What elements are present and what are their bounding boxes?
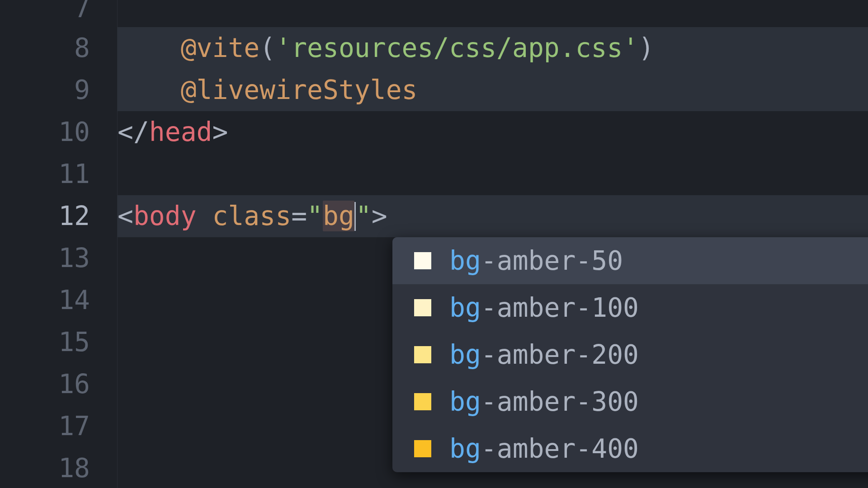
- blade-directive: @livewireStyles: [181, 75, 418, 105]
- code-area[interactable]: @vite('resources/css/app.css') @livewire…: [118, 0, 868, 488]
- color-swatch-icon: [414, 252, 431, 269]
- line-number: 7: [0, 0, 117, 27]
- autocomplete-item[interactable]: bg-amber-50: [392, 237, 868, 284]
- tag-name: head: [149, 117, 212, 147]
- autocomplete-item[interactable]: bg-amber-200: [392, 331, 868, 378]
- code-line[interactable]: @vite('resources/css/app.css'): [118, 27, 868, 69]
- tag-name: body: [133, 201, 197, 231]
- ac-rest-text: -amber-400: [481, 433, 639, 464]
- autocomplete-item[interactable]: bg-amber-400: [392, 425, 868, 472]
- blade-directive: @vite: [181, 33, 260, 63]
- line-number: 8: [0, 27, 117, 69]
- line-number: 16: [0, 363, 117, 405]
- color-swatch-icon: [414, 346, 431, 363]
- ac-rest-text: -amber-300: [481, 386, 639, 417]
- equals: =: [291, 201, 307, 231]
- ac-match-text: bg: [449, 433, 481, 464]
- autocomplete-popup: bg-amber-50 bg-amber-100 bg-amber-200 bg…: [392, 237, 868, 472]
- string-literal: 'resources/css/app.css': [275, 33, 638, 63]
- code-line[interactable]: </head>: [118, 111, 868, 153]
- line-number: 17: [0, 405, 117, 447]
- color-swatch-icon: [414, 440, 431, 457]
- tag-bracket: <: [118, 201, 133, 231]
- code-line-empty[interactable]: [118, 153, 868, 195]
- space: [197, 201, 212, 231]
- attr-name: class: [212, 201, 292, 231]
- code-editor: 7 8 9 10 11 12 13 14 15 16 17 18 @vite('…: [0, 0, 868, 488]
- line-number: 10: [0, 111, 117, 153]
- line-number: 13: [0, 237, 117, 279]
- ac-rest-text: -amber-100: [481, 292, 639, 323]
- code-line-active[interactable]: <body class="bg">: [118, 195, 868, 237]
- ac-match-text: bg: [449, 339, 481, 370]
- line-number: 18: [0, 447, 117, 488]
- indent: [118, 75, 181, 105]
- tag-bracket: </: [118, 117, 149, 147]
- ac-match-text: bg: [449, 245, 481, 276]
- autocomplete-item[interactable]: bg-amber-300: [392, 378, 868, 425]
- autocomplete-item[interactable]: bg-amber-100: [392, 284, 868, 331]
- tag-bracket: >: [212, 117, 228, 147]
- ac-match-text: bg: [449, 292, 481, 323]
- line-number-gutter: 7 8 9 10 11 12 13 14 15 16 17 18: [0, 0, 118, 488]
- color-swatch-icon: [414, 299, 431, 316]
- ac-match-text: bg: [449, 386, 481, 417]
- line-number: 14: [0, 279, 117, 321]
- paren-open: (: [259, 33, 275, 63]
- line-number: 15: [0, 321, 117, 363]
- tag-bracket: >: [372, 201, 387, 231]
- code-line[interactable]: [118, 0, 868, 27]
- ac-rest-text: -amber-50: [481, 245, 623, 276]
- line-number-active: 12: [0, 195, 117, 237]
- quote: ": [356, 201, 372, 231]
- quote: ": [307, 201, 323, 231]
- paren-close: ): [638, 33, 654, 63]
- code-line[interactable]: @livewireStyles: [118, 69, 868, 111]
- ac-rest-text: -amber-200: [481, 339, 639, 370]
- class-value: bg: [323, 201, 354, 231]
- line-number: 11: [0, 153, 117, 195]
- line-number: 9: [0, 69, 117, 111]
- indent: [118, 33, 181, 63]
- color-swatch-icon: [414, 393, 431, 410]
